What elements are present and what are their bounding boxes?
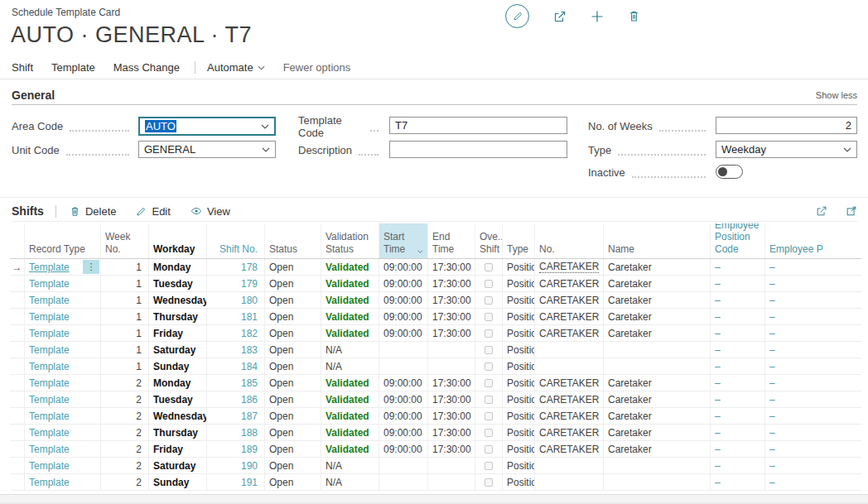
cell-emp-p[interactable]: – [765,358,861,374]
overnight-shift-checkbox[interactable] [485,296,493,305]
cell-end-time[interactable]: 17:30:00 [428,391,475,407]
row-selector[interactable] [10,425,25,440]
cell-record-type[interactable]: Template [25,276,101,291]
cell-type[interactable]: Position [503,408,535,424]
menu-item-template[interactable]: Template [45,61,107,74]
cell-workday[interactable]: Saturday [149,458,207,473]
row-selector[interactable] [10,474,25,490]
cell-status[interactable]: Open [265,441,321,457]
column-header-status[interactable]: Status [265,223,321,258]
cell-week-no[interactable]: 1 [101,358,149,374]
cell-validation[interactable]: Validated [321,408,379,424]
cell-validation[interactable]: Validated [321,391,379,407]
row-selector[interactable] [10,358,25,374]
cell-type[interactable]: Position [503,441,535,457]
cell-start-time[interactable]: 09:00:00 [379,375,428,391]
cell-no[interactable]: CARETAKER [535,425,604,440]
cell-status[interactable]: Open [265,375,321,391]
column-header-type[interactable]: Type [503,223,535,258]
cell-emp-pos-code[interactable]: – [711,425,765,440]
cell-shift-no[interactable]: 187 [207,408,265,424]
cell-start-time[interactable]: 09:00:00 [379,292,428,308]
cell-validation[interactable]: Validated [321,425,379,440]
cell-week-no[interactable]: 1 [101,342,149,358]
cell-status[interactable]: Open [265,276,321,291]
cell-emp-pos-code[interactable]: – [711,325,765,341]
cell-ove-shift[interactable] [475,358,503,374]
row-selector[interactable]: → [10,259,25,275]
record-type-link[interactable]: Template [29,311,70,323]
cell-start-time[interactable] [379,474,428,490]
cell-end-time[interactable]: 17:30:00 [428,408,475,424]
column-header-emp-pos-code[interactable]: Employee Position Code [711,223,765,258]
row-selector[interactable] [10,325,25,341]
cell-validation[interactable]: Validated [321,309,379,324]
record-type-link[interactable]: Template [29,427,70,439]
record-type-link[interactable]: Template [29,278,70,290]
cell-no[interactable] [535,458,604,473]
row-selector[interactable] [10,276,25,291]
cell-emp-p[interactable]: – [765,458,861,473]
cell-start-time[interactable]: 09:00:00 [379,391,428,407]
cell-workday[interactable]: Sunday [149,358,207,374]
cell-shift-no[interactable]: 191 [207,474,265,490]
cell-emp-pos-code[interactable]: – [711,458,765,473]
cell-week-no[interactable]: 1 [101,325,149,341]
overnight-shift-checkbox[interactable] [485,462,493,470]
cell-week-no[interactable]: 2 [101,474,149,490]
cell-no[interactable]: CARETAKER [535,325,604,341]
row-selector[interactable] [10,458,25,473]
record-type-link[interactable]: Template [29,361,70,372]
cell-shift-no[interactable]: 178 [207,259,265,275]
overnight-shift-checkbox[interactable] [485,263,493,271]
cell-validation[interactable]: N/A [321,458,379,473]
cell-ove-shift[interactable] [475,309,503,324]
table-row[interactable]: Template2Thursday188OpenValidated09:00:0… [10,425,861,441]
overnight-shift-checkbox[interactable] [485,412,493,420]
show-less-link[interactable]: Show less [816,90,857,100]
menu-item-shift[interactable]: Shift [12,61,45,74]
cell-no[interactable] [535,358,604,374]
cell-workday[interactable]: Thursday [149,425,207,440]
cell-status[interactable]: Open [265,325,321,341]
cell-start-time[interactable]: 09:00:00 [379,441,428,457]
cell-shift-no[interactable]: 180 [207,292,265,308]
row-selector[interactable] [10,375,25,391]
column-header-week-no[interactable]: Week No. [101,223,149,258]
table-row[interactable]: Template2Saturday190OpenN/APosition–– [10,458,861,474]
record-type-link[interactable]: Template [29,460,70,472]
cell-emp-p[interactable]: – [765,441,861,457]
cell-end-time[interactable]: 17:30:00 [428,259,475,275]
table-row[interactable]: Template1Saturday183OpenN/APosition–– [10,342,861,358]
cell-record-type[interactable]: Template [25,458,101,473]
menu-item-fewer-options[interactable]: Fewer options [277,61,363,74]
cell-validation[interactable]: N/A [321,358,379,374]
cell-type[interactable]: Position [503,425,535,440]
cell-end-time[interactable]: 17:30:00 [428,325,475,341]
cell-workday[interactable]: Monday [149,259,207,275]
cell-week-no[interactable]: 1 [101,309,149,324]
cell-record-type[interactable]: Template⋮ [25,259,101,275]
cell-status[interactable]: Open [265,425,321,440]
cell-shift-no[interactable]: 190 [207,458,265,473]
cell-start-time[interactable] [379,458,428,473]
cell-emp-pos-code[interactable]: – [711,259,765,275]
cell-status[interactable]: Open [265,292,321,308]
table-row[interactable]: →Template⋮1Monday178OpenValidated09:00:0… [10,259,861,276]
cell-shift-no[interactable]: 179 [207,276,265,291]
cell-start-time[interactable]: 09:00:00 [379,309,428,324]
unit-code-combobox[interactable]: GENERAL [138,141,276,158]
cell-validation[interactable]: Validated [321,292,379,308]
cell-emp-p[interactable]: – [765,342,861,358]
delete-button[interactable]: Delete [70,205,117,218]
add-icon[interactable] [591,10,604,23]
cell-shift-no[interactable]: 183 [207,342,265,358]
cell-week-no[interactable]: 2 [101,391,149,407]
cell-name[interactable]: Caretaker [604,375,711,391]
cell-emp-pos-code[interactable]: – [711,375,765,391]
cell-emp-p[interactable]: – [765,425,861,440]
cell-status[interactable]: Open [265,309,321,324]
cell-no[interactable]: CARETAKER [535,375,604,391]
cell-shift-no[interactable]: 182 [207,325,265,341]
record-type-link[interactable]: Template [29,295,70,306]
